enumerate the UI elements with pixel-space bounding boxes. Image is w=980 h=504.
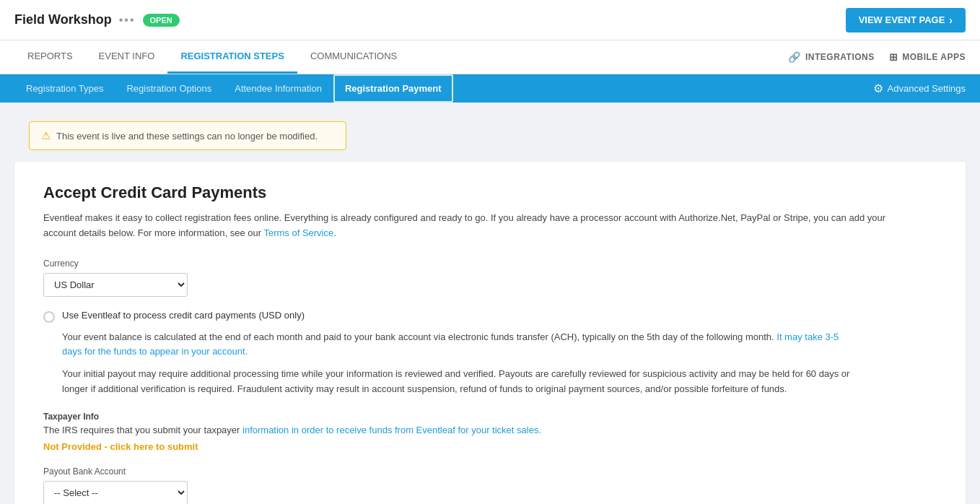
info-text-1: Your event balance is calculated at the … <box>62 330 856 360</box>
currency-select[interactable]: US Dollar <box>43 273 188 297</box>
link-icon: 🔗 <box>788 51 801 63</box>
payment-card: Accept Credit Card Payments Eventleaf ma… <box>14 162 966 504</box>
nav-item-registration-steps[interactable]: REGISTRATION STEPS <box>167 40 297 74</box>
view-event-button[interactable]: VIEW EVENT PAGE › <box>846 8 966 32</box>
payout-label: Payout Bank Account <box>43 466 937 477</box>
info-text-2: Your initial payout may require addition… <box>62 367 856 397</box>
use-eventleaf-radio[interactable]: Use Eventleaf to process credit card pay… <box>43 310 937 323</box>
sub-nav-registration-options[interactable]: Registration Options <box>115 74 223 103</box>
content-area: ⚠ This event is live and these settings … <box>0 103 980 504</box>
arrow-icon: › <box>949 14 953 26</box>
top-bar: Field Workshop ••• OPEN VIEW EVENT PAGE … <box>0 0 980 40</box>
sub-nav-attendee-information[interactable]: Attendee Information <box>223 74 333 103</box>
radio-label: Use Eventleaf to process credit card pay… <box>62 310 305 321</box>
card-description: Eventleaf makes it easy to collect regis… <box>43 211 909 241</box>
mobile-apps-nav[interactable]: ⊞ MOBILE APPS <box>889 51 966 63</box>
taxpayer-group: Taxpayer Info The IRS requires that you … <box>43 412 937 452</box>
sub-nav-registration-payment[interactable]: Registration Payment <box>333 74 453 103</box>
sub-nav-registration-types[interactable]: Registration Types <box>14 74 115 103</box>
not-provided-link[interactable]: Not Provided - click here to submit <box>43 441 198 452</box>
integrations-nav[interactable]: 🔗 INTEGRATIONS <box>788 51 874 63</box>
sub-nav-left: Registration Types Registration Options … <box>14 74 453 103</box>
alert-banner: ⚠ This event is live and these settings … <box>29 121 346 150</box>
app-title: Field Workshop <box>14 12 112 27</box>
taxpayer-desc: The IRS requires that you submit your ta… <box>43 425 548 435</box>
currency-label: Currency <box>43 258 937 269</box>
main-nav-right: 🔗 INTEGRATIONS ⊞ MOBILE APPS <box>788 51 966 63</box>
warning-icon: ⚠ <box>41 129 51 142</box>
gear-icon: ⚙ <box>873 82 883 95</box>
nav-item-event-info[interactable]: EVENT INFO <box>86 40 168 74</box>
card-title: Accept Credit Card Payments <box>43 183 937 202</box>
taxpayer-label: Taxpayer Info <box>43 412 937 422</box>
payout-group: Payout Bank Account -- Select -- <box>43 466 937 504</box>
status-badge: OPEN <box>143 14 180 27</box>
view-event-label: VIEW EVENT PAGE <box>859 14 945 25</box>
sub-nav: Registration Types Registration Options … <box>0 74 980 103</box>
more-options-icon[interactable]: ••• <box>119 14 136 27</box>
payout-select[interactable]: -- Select -- <box>43 481 188 504</box>
currency-group: Currency US Dollar <box>43 258 937 297</box>
advanced-settings-nav[interactable]: ⚙ Advanced Settings <box>873 82 966 95</box>
main-nav: REPORTS EVENT INFO REGISTRATION STEPS CO… <box>0 40 980 74</box>
terms-of-service-link[interactable]: Terms of Service <box>263 227 333 238</box>
main-nav-left: REPORTS EVENT INFO REGISTRATION STEPS CO… <box>14 40 410 74</box>
grid-icon: ⊞ <box>889 51 898 63</box>
radio-button[interactable] <box>43 311 55 323</box>
nav-item-communications[interactable]: COMMUNICATIONS <box>297 40 410 74</box>
nav-item-reports[interactable]: REPORTS <box>14 40 86 74</box>
alert-text: This event is live and these settings ca… <box>56 131 318 142</box>
top-bar-left: Field Workshop ••• OPEN <box>14 12 180 27</box>
